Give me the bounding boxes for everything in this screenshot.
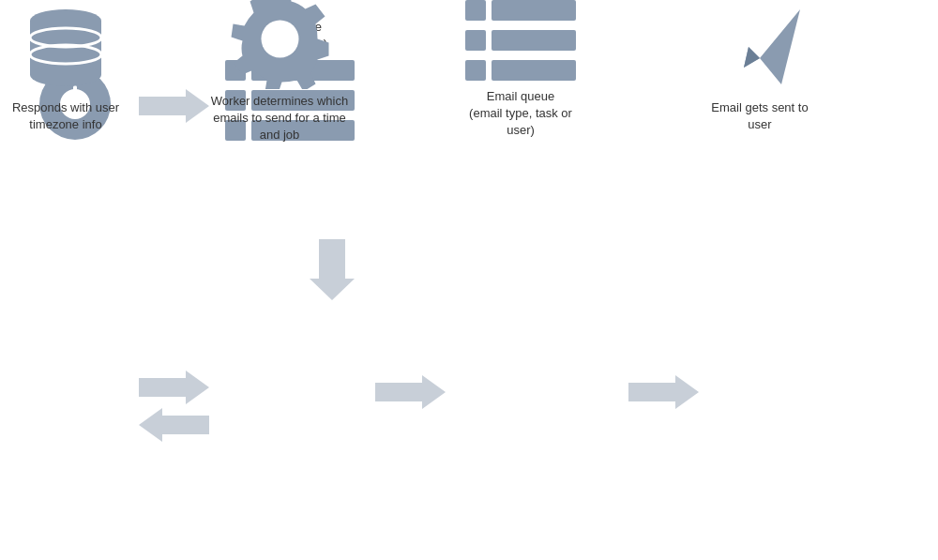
arrow-cron-to-queue: [139, 89, 209, 127]
email-queue-sq-2: [465, 30, 486, 51]
email-queue-row-2: [465, 30, 576, 51]
svg-marker-6: [139, 89, 209, 123]
svg-marker-7: [310, 239, 355, 300]
svg-marker-13: [139, 371, 209, 404]
db-block: Responds with user timezone info: [9, 0, 122, 133]
svg-marker-18: [716, 9, 800, 84]
email-queue-row-1: [465, 0, 576, 21]
email-queue-row-3: [465, 60, 576, 81]
db-label: Responds with user timezone info: [9, 99, 122, 133]
svg-marker-19: [744, 47, 760, 68]
email-send-icon: [711, 0, 809, 94]
svg-marker-17: [628, 375, 699, 409]
email-send-label: Email gets sent to user: [708, 99, 811, 133]
diagram: Cron runs Cron queue (job, time run): [0, 0, 938, 560]
arrow-down-queue-worker: [310, 239, 355, 300]
svg-marker-14: [139, 408, 209, 442]
svg-point-10: [30, 64, 101, 86]
email-queue-bar-1: [492, 0, 576, 21]
svg-point-15: [261, 21, 298, 58]
database-icon: [19, 0, 113, 94]
email-queue-block: Email queue(email type, task or user): [460, 0, 582, 140]
email-queue-bar-3: [492, 60, 576, 81]
arrow-db-to-worker: [139, 371, 209, 408]
email-queue-sq-3: [465, 60, 486, 81]
worker-block: Worker determines which emails to send f…: [204, 0, 355, 144]
email-queue-label: Email queue(email type, task or user): [460, 88, 582, 140]
email-queue-sq-1: [465, 0, 486, 21]
email-send-block: Email gets sent to user: [708, 0, 811, 133]
email-queue-bar-2: [492, 30, 576, 51]
arrow-emailqueue-to-send: [628, 375, 699, 413]
worker-label: Worker determines which emails to send f…: [204, 93, 355, 144]
email-queue-list: [465, 0, 576, 81]
arrow-worker-to-emailqueue: [375, 375, 446, 413]
worker-gear-icon: [226, 0, 334, 89]
arrow-worker-to-db: [139, 408, 209, 446]
svg-marker-16: [375, 375, 446, 409]
